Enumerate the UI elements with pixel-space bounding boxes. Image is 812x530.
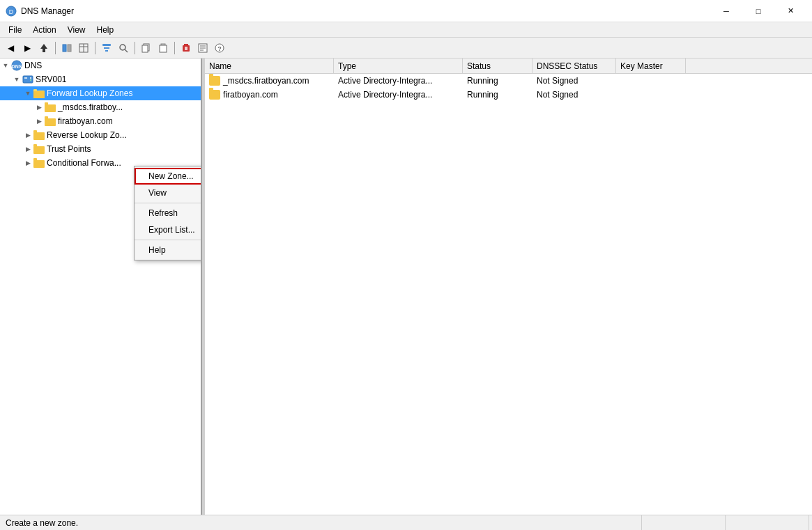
- msdcs-expander: ▶: [33, 104, 45, 111]
- view-label: View: [148, 188, 167, 198]
- delete-btn[interactable]: [178, 40, 194, 56]
- search-btn[interactable]: [116, 40, 131, 56]
- list-cell-dnssec-1: Not Signed: [533, 74, 616, 88]
- toolbar-separator-3: [135, 42, 135, 54]
- svg-rect-17: [183, 45, 190, 52]
- svg-rect-36: [45, 102, 48, 105]
- svg-rect-9: [105, 50, 108, 52]
- list-cell-status-2: Running: [463, 88, 533, 102]
- flz-label: Forward Lookup Zones: [47, 88, 132, 98]
- help-btn[interactable]: ?: [212, 40, 227, 56]
- list-cell-name-2: firatboyan.com: [205, 88, 334, 102]
- filter-btn[interactable]: [99, 40, 114, 56]
- menu-file[interactable]: File: [3, 24, 27, 36]
- toolbar-btn-2[interactable]: [76, 40, 91, 56]
- svg-rect-28: [23, 76, 33, 83]
- svg-rect-39: [33, 132, 45, 140]
- reverse-expander: ▶: [22, 132, 33, 139]
- svg-rect-3: [68, 45, 71, 52]
- firatboyan-expander: ▶: [33, 118, 45, 125]
- svg-rect-37: [45, 118, 56, 126]
- trust-label: Trust Points: [47, 144, 91, 154]
- context-menu-view[interactable]: View ▶: [135, 185, 202, 201]
- tree-item-srv001[interactable]: ▼ SRV001: [0, 72, 201, 86]
- conditional-expander: ▶: [22, 159, 33, 166]
- tree-item-msdcs[interactable]: ▶ _msdcs.firatboy...: [0, 100, 201, 114]
- svg-point-31: [30, 79, 31, 81]
- refresh-label: Refresh: [148, 208, 178, 218]
- col-header-name[interactable]: Name: [205, 59, 334, 73]
- col-header-keymaster[interactable]: Key Master: [616, 59, 686, 73]
- svg-text:D: D: [9, 8, 14, 15]
- tree-item-trust[interactable]: ▶ Trust Points: [0, 142, 201, 156]
- menu-action[interactable]: Action: [27, 24, 61, 36]
- list-cell-name-1: _msdcs.firatboyan.com: [205, 74, 334, 88]
- context-menu: New Zone... View ▶ Refresh Export List..…: [134, 166, 202, 260]
- forward-button[interactable]: ▶: [20, 40, 35, 56]
- back-button[interactable]: ◀: [3, 40, 18, 56]
- status-text: Create a new zone.: [3, 515, 642, 530]
- svg-rect-16: [184, 44, 188, 45]
- list-cell-keymaster-1: [616, 74, 686, 88]
- zone-icon-2: [45, 116, 56, 127]
- tree-item-dns[interactable]: ▼ DNS DNS: [0, 59, 201, 72]
- svg-rect-38: [45, 116, 48, 119]
- context-menu-export[interactable]: Export List...: [135, 221, 202, 238]
- dns-icon: DNS: [11, 60, 22, 71]
- help-label: Help: [148, 245, 166, 255]
- svg-rect-13: [142, 45, 148, 52]
- svg-rect-29: [24, 77, 27, 79]
- new-zone-label: New Zone...: [148, 171, 194, 181]
- paste-btn[interactable]: [155, 40, 171, 56]
- folder-icon-conditional: [33, 157, 45, 169]
- svg-rect-35: [45, 104, 56, 112]
- status-pane-1: [642, 515, 726, 530]
- svg-rect-42: [33, 144, 37, 147]
- context-menu-separator-2: [135, 240, 202, 240]
- app-icon: D: [6, 6, 17, 17]
- main-content: ▼ DNS DNS ▼ SRV001: [0, 59, 812, 515]
- tree-item-firatboyan[interactable]: ▶ firatboyan.com: [0, 114, 201, 128]
- folder-open-icon: [33, 88, 45, 99]
- context-menu-new-zone[interactable]: New Zone...: [135, 168, 202, 185]
- list-cell-type-1: Active Directory-Integra...: [334, 74, 463, 88]
- status-pane-2: [726, 515, 809, 530]
- minimize-button[interactable]: ─: [710, 0, 742, 22]
- col-header-status[interactable]: Status: [463, 59, 533, 73]
- close-button[interactable]: ✕: [774, 0, 806, 22]
- context-menu-separator: [135, 203, 202, 203]
- dns-label: DNS: [24, 61, 42, 70]
- title-bar: D DNS Manager ─ □ ✕: [0, 0, 812, 22]
- list-cell-type-2: Active Directory-Integra...: [334, 88, 463, 102]
- list-row[interactable]: _msdcs.firatboyan.com Active Directory-I…: [205, 74, 812, 88]
- show-hide-btn[interactable]: [59, 40, 75, 56]
- toolbar: ◀ ▶: [0, 38, 812, 59]
- tree-item-forward-lookup[interactable]: ▼ Forward Lookup Zones: [0, 86, 201, 100]
- svg-rect-7: [102, 44, 111, 46]
- svg-rect-41: [33, 146, 45, 154]
- up-button[interactable]: [36, 40, 52, 56]
- toolbar-separator-2: [95, 42, 95, 54]
- menu-view[interactable]: View: [62, 24, 91, 36]
- zone-folder-icon-2: [209, 90, 220, 100]
- props-btn[interactable]: [195, 40, 210, 56]
- maximize-button[interactable]: □: [742, 0, 774, 22]
- list-row[interactable]: firatboyan.com Active Directory-Integra.…: [205, 88, 812, 102]
- context-menu-help[interactable]: Help: [135, 242, 202, 258]
- status-bar: Create a new zone.: [0, 515, 812, 530]
- col-header-type[interactable]: Type: [334, 59, 463, 73]
- copy-btn[interactable]: [139, 40, 154, 56]
- list-cell-dnssec-2: Not Signed: [533, 88, 616, 102]
- tree-item-reverse[interactable]: ▶ Reverse Lookup Zo...: [0, 128, 201, 142]
- list-header: Name Type Status DNSSEC Status Key Maste…: [205, 59, 812, 74]
- svg-rect-2: [63, 45, 66, 52]
- col-header-dnssec[interactable]: DNSSEC Status: [533, 59, 616, 73]
- flz-expander: ▼: [22, 90, 33, 97]
- list-body: _msdcs.firatboyan.com Active Directory-I…: [205, 74, 812, 515]
- firatboyan-label: firatboyan.com: [58, 116, 113, 126]
- conditional-label: Conditional Forwa...: [47, 158, 121, 168]
- folder-icon-trust: [33, 143, 45, 155]
- context-menu-refresh[interactable]: Refresh: [135, 205, 202, 221]
- svg-text:DNS: DNS: [12, 64, 22, 69]
- menu-help[interactable]: Help: [91, 24, 120, 36]
